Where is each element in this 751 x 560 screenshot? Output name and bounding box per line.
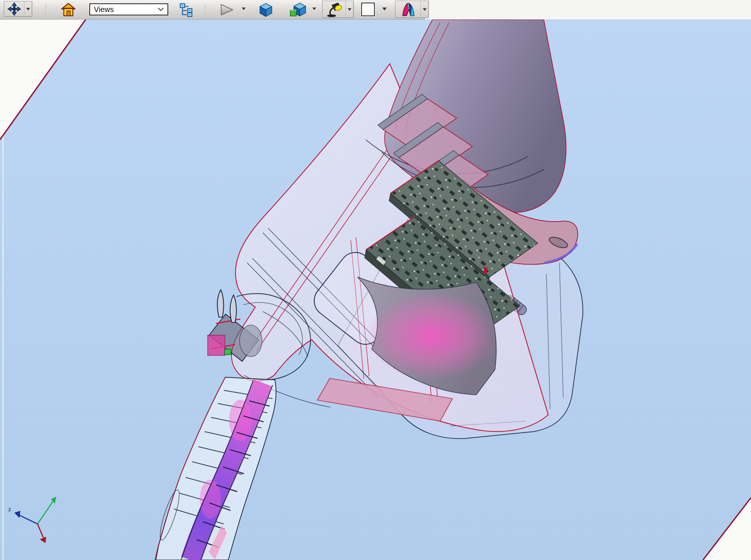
views-dropdown[interactable]: Views	[89, 3, 168, 15]
section-cone-icon	[395, 1, 421, 18]
play-icon	[219, 3, 234, 16]
toolbar-separator	[46, 3, 46, 16]
magenta-glow	[366, 292, 498, 380]
hierarchy-tree-icon	[179, 2, 195, 17]
pan-rotate-dropdown[interactable]	[24, 2, 32, 17]
green-chip	[225, 349, 231, 355]
section-view-dropdown[interactable]	[421, 1, 428, 18]
shaded-with-edges-dropdown[interactable]	[312, 8, 316, 10]
background-color-swatch[interactable]	[361, 3, 375, 16]
3d-viewport[interactable]: z	[0, 0, 751, 560]
dropdown-arrow-icon	[348, 8, 351, 11]
magenta-block	[208, 335, 225, 355]
background-color-dropdown[interactable]	[382, 8, 387, 11]
chevron-down-icon	[158, 8, 164, 11]
pan-rotate-button[interactable]	[4, 1, 32, 17]
home-button[interactable]	[59, 2, 77, 18]
home-icon	[61, 3, 76, 17]
pan-arrows-icon	[4, 2, 24, 17]
toolbar-separator	[205, 3, 205, 16]
z-axis-label: z	[8, 506, 11, 512]
dropdown-arrow-icon	[312, 8, 316, 10]
dropdown-arrow-icon	[423, 8, 427, 11]
section-view-button[interactable]	[395, 1, 429, 18]
shaded-edges-cube-icon	[290, 2, 307, 18]
play-animation-button[interactable]	[217, 3, 237, 17]
shaded-view-button[interactable]	[257, 2, 275, 18]
lighting-dropdown[interactable]	[345, 1, 353, 18]
play-animation-dropdown[interactable]	[242, 8, 246, 10]
application-window: z	[0, 0, 751, 560]
dropdown-arrow-icon	[242, 8, 246, 10]
assembly-tree-button[interactable]	[178, 2, 196, 18]
top-strip	[425, 0, 751, 20]
main-toolbar: Views	[0, 0, 425, 20]
shaded-cube-icon	[258, 2, 274, 18]
lamp-icon	[323, 1, 345, 18]
dropdown-arrow-icon	[26, 8, 30, 11]
dropdown-arrow-icon	[382, 8, 387, 11]
views-dropdown-value: Views	[94, 5, 114, 14]
lighting-button[interactable]	[322, 1, 354, 18]
shaded-with-edges-button[interactable]	[288, 2, 308, 18]
